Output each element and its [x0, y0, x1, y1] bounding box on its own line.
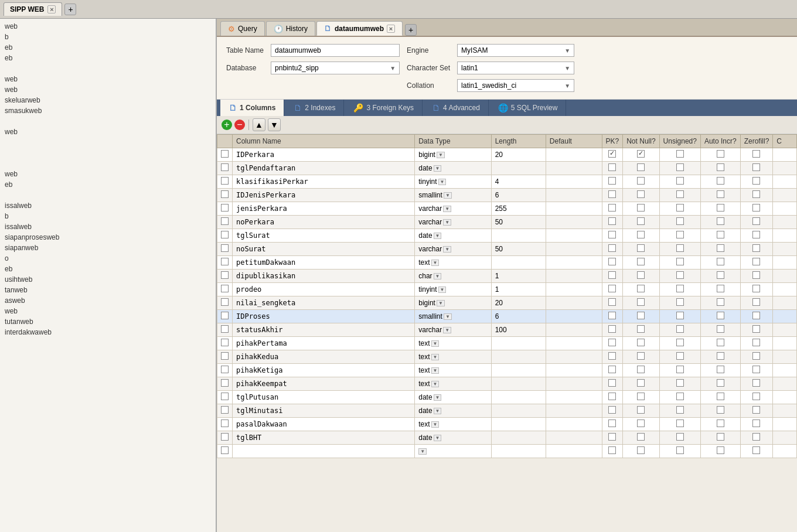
row-select-checkbox[interactable] — [217, 229, 233, 243]
column-name-input[interactable] — [236, 164, 411, 172]
cell-pk-checkbox[interactable] — [602, 283, 623, 296]
cell-zerofill-checkbox[interactable] — [740, 229, 773, 243]
cell-unsigned-checkbox[interactable] — [659, 148, 700, 162]
cell-auto-incr-checkbox[interactable] — [700, 148, 740, 162]
nav-tab-advanced[interactable]: 🗋 4 Advanced — [424, 100, 489, 116]
cell-pk-checkbox[interactable] — [602, 202, 623, 216]
cell-not-null-checkbox[interactable] — [623, 418, 659, 431]
cell-pk-checkbox[interactable] — [602, 404, 623, 418]
cell-data-type[interactable]: varchar▼ — [415, 243, 491, 256]
cell-auto-incr-checkbox[interactable] — [700, 216, 740, 229]
cell-data-type[interactable]: varchar▼ — [415, 202, 491, 216]
cell-auto-incr-checkbox[interactable] — [700, 202, 740, 216]
cell-column-name[interactable] — [233, 377, 415, 391]
table-row[interactable]: text▼ — [217, 364, 797, 377]
add-column-button[interactable]: + — [222, 120, 232, 130]
cell-unsigned-checkbox[interactable] — [659, 323, 700, 337]
cell-auto-incr-checkbox[interactable] — [700, 350, 740, 364]
cell-not-null-checkbox[interactable] — [623, 270, 659, 283]
table-row[interactable]: date▼ — [217, 391, 797, 404]
type-dropdown-arrow[interactable]: ▼ — [443, 206, 451, 212]
cell-column-name[interactable] — [233, 445, 415, 458]
row-select-checkbox[interactable] — [217, 404, 233, 418]
cell-column-name[interactable] — [233, 229, 415, 243]
sidebar-item[interactable]: eb — [0, 42, 216, 53]
cell-auto-incr-checkbox[interactable] — [700, 404, 740, 418]
cell-unsigned-checkbox[interactable] — [659, 391, 700, 404]
row-select-checkbox[interactable] — [217, 283, 233, 296]
cell-auto-incr-checkbox[interactable] — [700, 445, 740, 458]
cell-data-type[interactable]: text▼ — [415, 256, 491, 270]
cell-data-type[interactable]: date▼ — [415, 162, 491, 175]
sidebar-item[interactable]: siapanweb — [0, 243, 216, 253]
row-select-checkbox[interactable] — [217, 418, 233, 431]
cell-data-type[interactable]: varchar▼ — [415, 323, 491, 337]
cell-column-name[interactable] — [233, 391, 415, 404]
column-name-input[interactable] — [236, 326, 411, 334]
cell-not-null-checkbox[interactable] — [623, 377, 659, 391]
collation-select[interactable]: latin1_swedish_ci ▼ — [457, 79, 574, 92]
column-name-input[interactable] — [236, 339, 411, 347]
tab-history[interactable]: 🕐 History — [266, 21, 315, 36]
cell-zerofill-checkbox[interactable] — [740, 350, 773, 364]
nav-tab-columns[interactable]: 🗋 1 Columns — [220, 100, 284, 116]
tab-dataumumweb[interactable]: 🗋 dataumumweb × — [316, 21, 403, 36]
column-name-input[interactable] — [236, 272, 411, 280]
cell-not-null-checkbox[interactable] — [623, 148, 659, 162]
cell-auto-incr-checkbox[interactable] — [700, 296, 740, 310]
row-select-checkbox[interactable] — [217, 391, 233, 404]
cell-column-name[interactable] — [233, 350, 415, 364]
table-row[interactable]: smallint▼6 — [217, 189, 797, 202]
cell-pk-checkbox[interactable] — [602, 243, 623, 256]
type-dropdown-arrow[interactable]: ▼ — [431, 381, 440, 387]
column-name-input[interactable] — [236, 380, 411, 388]
cell-data-type[interactable]: date▼ — [415, 404, 491, 418]
cell-unsigned-checkbox[interactable] — [659, 216, 700, 229]
type-dropdown-arrow[interactable]: ▼ — [437, 152, 445, 158]
cell-data-type[interactable]: text▼ — [415, 350, 491, 364]
type-dropdown-arrow[interactable]: ▼ — [434, 233, 442, 239]
cell-auto-incr-checkbox[interactable] — [700, 364, 740, 377]
cell-column-name[interactable] — [233, 431, 415, 445]
table-row[interactable]: tinyint▼4 — [217, 175, 797, 189]
row-select-checkbox[interactable] — [217, 337, 233, 350]
cell-zerofill-checkbox[interactable] — [740, 364, 773, 377]
cell-not-null-checkbox[interactable] — [623, 391, 659, 404]
cell-not-null-checkbox[interactable] — [623, 445, 659, 458]
cell-zerofill-checkbox[interactable] — [740, 445, 773, 458]
cell-column-name[interactable] — [233, 189, 415, 202]
move-down-button[interactable]: ▼ — [268, 118, 281, 131]
sidebar-item[interactable]: interdakwaweb — [0, 327, 216, 337]
database-select[interactable]: pnbintu2_sipp ▼ — [271, 62, 400, 74]
row-select-checkbox[interactable] — [217, 350, 233, 364]
cell-data-type[interactable]: text▼ — [415, 418, 491, 431]
cell-not-null-checkbox[interactable] — [623, 283, 659, 296]
cell-column-name[interactable] — [233, 310, 415, 323]
sidebar-item[interactable] — [0, 63, 216, 74]
cell-pk-checkbox[interactable] — [602, 391, 623, 404]
cell-not-null-checkbox[interactable] — [623, 310, 659, 323]
cell-data-type[interactable]: date▼ — [415, 229, 491, 243]
cell-data-type[interactable]: tinyint▼ — [415, 175, 491, 189]
cell-unsigned-checkbox[interactable] — [659, 162, 700, 175]
cell-unsigned-checkbox[interactable] — [659, 404, 700, 418]
cell-unsigned-checkbox[interactable] — [659, 377, 700, 391]
cell-column-name[interactable] — [233, 270, 415, 283]
table-row[interactable]: smallint▼6 — [217, 310, 797, 323]
cell-not-null-checkbox[interactable] — [623, 364, 659, 377]
type-dropdown-arrow[interactable]: ▼ — [434, 435, 442, 441]
row-select-checkbox[interactable] — [217, 323, 233, 337]
table-row[interactable]: tinyint▼1 — [217, 283, 797, 296]
row-select-checkbox[interactable] — [217, 377, 233, 391]
cell-data-type[interactable]: date▼ — [415, 391, 491, 404]
table-row[interactable]: ▼ — [217, 445, 797, 458]
engine-select[interactable]: MyISAM ▼ — [457, 44, 574, 57]
type-dropdown-arrow[interactable]: ▼ — [443, 246, 451, 253]
remove-column-button[interactable]: − — [234, 120, 245, 130]
cell-zerofill-checkbox[interactable] — [740, 283, 773, 296]
cell-pk-checkbox[interactable] — [602, 323, 623, 337]
column-name-input[interactable] — [236, 407, 411, 415]
cell-zerofill-checkbox[interactable] — [740, 243, 773, 256]
cell-zerofill-checkbox[interactable] — [740, 404, 773, 418]
cell-zerofill-checkbox[interactable] — [740, 256, 773, 270]
